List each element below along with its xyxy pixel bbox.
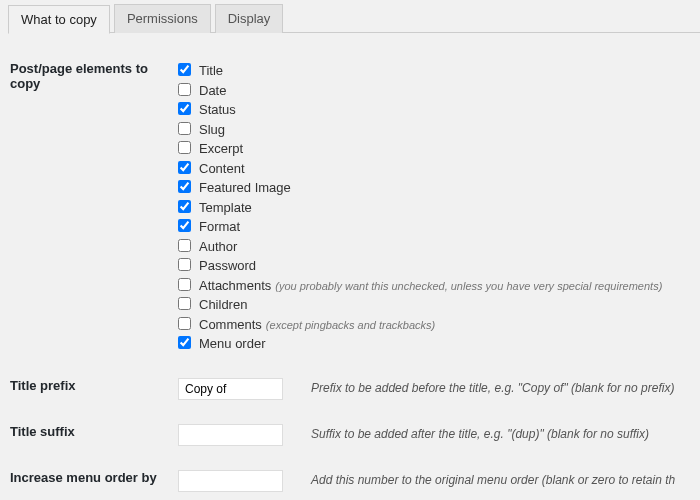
- check-author[interactable]: [178, 239, 191, 252]
- check-template-row[interactable]: Template: [178, 198, 692, 218]
- check-children[interactable]: [178, 297, 191, 310]
- check-slug-label: Slug: [199, 122, 225, 137]
- tab-what-to-copy[interactable]: What to copy: [8, 5, 110, 34]
- check-date-label: Date: [199, 83, 226, 98]
- check-template-label: Template: [199, 200, 252, 215]
- check-featured-row[interactable]: Featured Image: [178, 178, 692, 198]
- check-featured-label: Featured Image: [199, 180, 291, 195]
- check-excerpt[interactable]: [178, 141, 191, 154]
- check-excerpt-label: Excerpt: [199, 141, 243, 156]
- check-title-label: Title: [199, 63, 223, 78]
- check-menu-order[interactable]: [178, 336, 191, 349]
- check-content-row[interactable]: Content: [178, 159, 692, 179]
- check-slug[interactable]: [178, 122, 191, 135]
- check-status[interactable]: [178, 102, 191, 115]
- check-comments[interactable]: [178, 317, 191, 330]
- check-template[interactable]: [178, 200, 191, 213]
- elements-checklist: Title Date Status Slug Excerpt Content F…: [178, 43, 700, 360]
- check-content[interactable]: [178, 161, 191, 174]
- check-status-row[interactable]: Status: [178, 100, 692, 120]
- check-format[interactable]: [178, 219, 191, 232]
- check-children-label: Children: [199, 297, 247, 312]
- check-format-row[interactable]: Format: [178, 217, 692, 237]
- check-comments-label: Comments: [199, 317, 262, 332]
- title-prefix-input[interactable]: [178, 378, 283, 400]
- check-attachments-hint: (you probably want this unchecked, unles…: [275, 280, 662, 292]
- increase-order-input[interactable]: [178, 470, 283, 492]
- title-prefix-desc: Prefix to be added before the title, e.g…: [311, 381, 674, 395]
- title-suffix-desc: Suffix to be added after the title, e.g.…: [311, 427, 649, 441]
- increase-order-label: Increase menu order by: [10, 470, 157, 485]
- check-password-label: Password: [199, 258, 256, 273]
- check-excerpt-row[interactable]: Excerpt: [178, 139, 692, 159]
- check-content-label: Content: [199, 161, 245, 176]
- check-comments-row[interactable]: Comments(except pingbacks and trackbacks…: [178, 315, 692, 335]
- check-date-row[interactable]: Date: [178, 81, 692, 101]
- elements-label: Post/page elements to copy: [10, 61, 148, 91]
- title-suffix-label: Title suffix: [10, 424, 75, 439]
- check-attachments-label: Attachments: [199, 278, 271, 293]
- check-author-label: Author: [199, 239, 237, 254]
- check-featured[interactable]: [178, 180, 191, 193]
- check-title-row[interactable]: Title: [178, 61, 692, 81]
- check-attachments[interactable]: [178, 278, 191, 291]
- tab-permissions[interactable]: Permissions: [114, 4, 211, 33]
- check-children-row[interactable]: Children: [178, 295, 692, 315]
- check-format-label: Format: [199, 219, 240, 234]
- check-comments-hint: (except pingbacks and trackbacks): [266, 319, 435, 331]
- tab-display[interactable]: Display: [215, 4, 284, 33]
- check-date[interactable]: [178, 83, 191, 96]
- title-suffix-input[interactable]: [178, 424, 283, 446]
- check-menu-order-row[interactable]: Menu order: [178, 334, 692, 354]
- check-password[interactable]: [178, 258, 191, 271]
- check-attachments-row[interactable]: Attachments(you probably want this unche…: [178, 276, 692, 296]
- tabs: What to copy Permissions Display: [8, 0, 700, 33]
- check-title[interactable]: [178, 63, 191, 76]
- increase-order-desc: Add this number to the original menu ord…: [311, 473, 675, 487]
- check-slug-row[interactable]: Slug: [178, 120, 692, 140]
- check-menu-order-label: Menu order: [199, 336, 265, 351]
- check-status-label: Status: [199, 102, 236, 117]
- check-password-row[interactable]: Password: [178, 256, 692, 276]
- title-prefix-label: Title prefix: [10, 378, 76, 393]
- check-author-row[interactable]: Author: [178, 237, 692, 257]
